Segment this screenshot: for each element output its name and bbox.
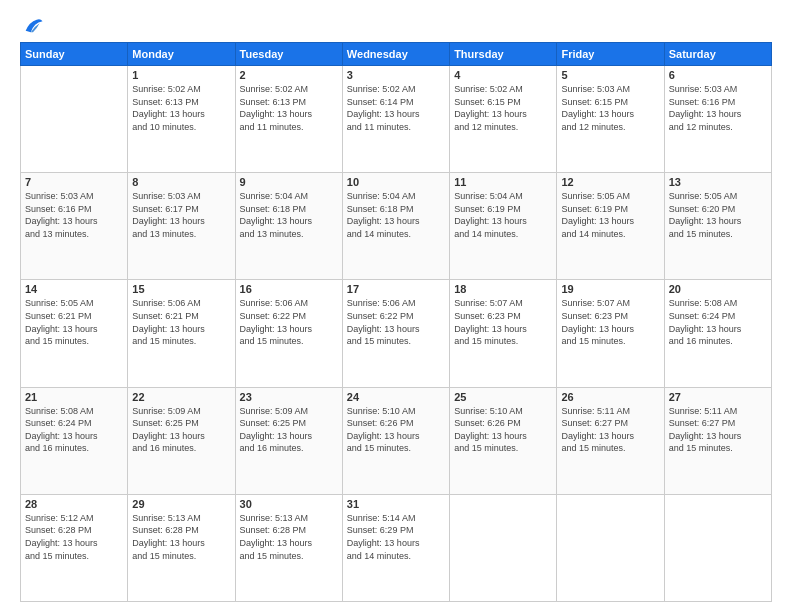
day-info: Sunrise: 5:06 AM Sunset: 6:22 PM Dayligh…: [240, 297, 338, 347]
calendar-cell: 3Sunrise: 5:02 AM Sunset: 6:14 PM Daylig…: [342, 66, 449, 173]
day-info: Sunrise: 5:04 AM Sunset: 6:18 PM Dayligh…: [347, 190, 445, 240]
day-number: 8: [132, 176, 230, 188]
day-number: 11: [454, 176, 552, 188]
day-number: 5: [561, 69, 659, 81]
day-number: 27: [669, 391, 767, 403]
calendar-cell: 10Sunrise: 5:04 AM Sunset: 6:18 PM Dayli…: [342, 173, 449, 280]
day-info: Sunrise: 5:02 AM Sunset: 6:13 PM Dayligh…: [240, 83, 338, 133]
calendar-cell: 21Sunrise: 5:08 AM Sunset: 6:24 PM Dayli…: [21, 387, 128, 494]
day-info: Sunrise: 5:07 AM Sunset: 6:23 PM Dayligh…: [454, 297, 552, 347]
calendar-cell: 28Sunrise: 5:12 AM Sunset: 6:28 PM Dayli…: [21, 494, 128, 601]
calendar-week-2: 7Sunrise: 5:03 AM Sunset: 6:16 PM Daylig…: [21, 173, 772, 280]
calendar-cell: 8Sunrise: 5:03 AM Sunset: 6:17 PM Daylig…: [128, 173, 235, 280]
day-info: Sunrise: 5:02 AM Sunset: 6:15 PM Dayligh…: [454, 83, 552, 133]
calendar-cell: 7Sunrise: 5:03 AM Sunset: 6:16 PM Daylig…: [21, 173, 128, 280]
day-info: Sunrise: 5:08 AM Sunset: 6:24 PM Dayligh…: [25, 405, 123, 455]
weekday-header-row: SundayMondayTuesdayWednesdayThursdayFrid…: [21, 43, 772, 66]
day-number: 31: [347, 498, 445, 510]
day-number: 15: [132, 283, 230, 295]
day-number: 17: [347, 283, 445, 295]
weekday-header-sunday: Sunday: [21, 43, 128, 66]
calendar-week-1: 1Sunrise: 5:02 AM Sunset: 6:13 PM Daylig…: [21, 66, 772, 173]
day-number: 26: [561, 391, 659, 403]
day-number: 24: [347, 391, 445, 403]
calendar-cell: 16Sunrise: 5:06 AM Sunset: 6:22 PM Dayli…: [235, 280, 342, 387]
calendar-cell: 6Sunrise: 5:03 AM Sunset: 6:16 PM Daylig…: [664, 66, 771, 173]
day-number: 28: [25, 498, 123, 510]
day-number: 20: [669, 283, 767, 295]
calendar-cell: 2Sunrise: 5:02 AM Sunset: 6:13 PM Daylig…: [235, 66, 342, 173]
calendar-cell: [450, 494, 557, 601]
calendar-cell: 5Sunrise: 5:03 AM Sunset: 6:15 PM Daylig…: [557, 66, 664, 173]
day-info: Sunrise: 5:13 AM Sunset: 6:28 PM Dayligh…: [240, 512, 338, 562]
day-number: 4: [454, 69, 552, 81]
day-info: Sunrise: 5:04 AM Sunset: 6:18 PM Dayligh…: [240, 190, 338, 240]
weekday-header-saturday: Saturday: [664, 43, 771, 66]
calendar-cell: 11Sunrise: 5:04 AM Sunset: 6:19 PM Dayli…: [450, 173, 557, 280]
day-number: 19: [561, 283, 659, 295]
calendar-cell: 14Sunrise: 5:05 AM Sunset: 6:21 PM Dayli…: [21, 280, 128, 387]
logo: [20, 16, 44, 34]
calendar-cell: 15Sunrise: 5:06 AM Sunset: 6:21 PM Dayli…: [128, 280, 235, 387]
day-info: Sunrise: 5:05 AM Sunset: 6:21 PM Dayligh…: [25, 297, 123, 347]
day-info: Sunrise: 5:06 AM Sunset: 6:21 PM Dayligh…: [132, 297, 230, 347]
day-info: Sunrise: 5:13 AM Sunset: 6:28 PM Dayligh…: [132, 512, 230, 562]
day-info: Sunrise: 5:03 AM Sunset: 6:16 PM Dayligh…: [25, 190, 123, 240]
calendar-week-4: 21Sunrise: 5:08 AM Sunset: 6:24 PM Dayli…: [21, 387, 772, 494]
day-info: Sunrise: 5:02 AM Sunset: 6:13 PM Dayligh…: [132, 83, 230, 133]
day-number: 25: [454, 391, 552, 403]
calendar-cell: 20Sunrise: 5:08 AM Sunset: 6:24 PM Dayli…: [664, 280, 771, 387]
calendar-cell: 25Sunrise: 5:10 AM Sunset: 6:26 PM Dayli…: [450, 387, 557, 494]
weekday-header-thursday: Thursday: [450, 43, 557, 66]
calendar-cell: 18Sunrise: 5:07 AM Sunset: 6:23 PM Dayli…: [450, 280, 557, 387]
calendar-cell: 9Sunrise: 5:04 AM Sunset: 6:18 PM Daylig…: [235, 173, 342, 280]
day-info: Sunrise: 5:08 AM Sunset: 6:24 PM Dayligh…: [669, 297, 767, 347]
weekday-header-monday: Monday: [128, 43, 235, 66]
day-number: 6: [669, 69, 767, 81]
day-number: 10: [347, 176, 445, 188]
calendar-cell: 4Sunrise: 5:02 AM Sunset: 6:15 PM Daylig…: [450, 66, 557, 173]
day-number: 14: [25, 283, 123, 295]
day-info: Sunrise: 5:02 AM Sunset: 6:14 PM Dayligh…: [347, 83, 445, 133]
day-info: Sunrise: 5:09 AM Sunset: 6:25 PM Dayligh…: [132, 405, 230, 455]
calendar-cell: [21, 66, 128, 173]
page: SundayMondayTuesdayWednesdayThursdayFrid…: [0, 0, 792, 612]
weekday-header-tuesday: Tuesday: [235, 43, 342, 66]
calendar-cell: 22Sunrise: 5:09 AM Sunset: 6:25 PM Dayli…: [128, 387, 235, 494]
calendar-cell: [557, 494, 664, 601]
calendar-cell: 26Sunrise: 5:11 AM Sunset: 6:27 PM Dayli…: [557, 387, 664, 494]
logo-bird-icon: [22, 16, 44, 38]
day-info: Sunrise: 5:10 AM Sunset: 6:26 PM Dayligh…: [347, 405, 445, 455]
day-info: Sunrise: 5:11 AM Sunset: 6:27 PM Dayligh…: [669, 405, 767, 455]
day-number: 3: [347, 69, 445, 81]
weekday-header-wednesday: Wednesday: [342, 43, 449, 66]
day-info: Sunrise: 5:07 AM Sunset: 6:23 PM Dayligh…: [561, 297, 659, 347]
calendar-cell: 31Sunrise: 5:14 AM Sunset: 6:29 PM Dayli…: [342, 494, 449, 601]
day-number: 2: [240, 69, 338, 81]
weekday-header-friday: Friday: [557, 43, 664, 66]
calendar-cell: 13Sunrise: 5:05 AM Sunset: 6:20 PM Dayli…: [664, 173, 771, 280]
day-number: 16: [240, 283, 338, 295]
calendar-cell: 30Sunrise: 5:13 AM Sunset: 6:28 PM Dayli…: [235, 494, 342, 601]
calendar-table: SundayMondayTuesdayWednesdayThursdayFrid…: [20, 42, 772, 602]
day-info: Sunrise: 5:14 AM Sunset: 6:29 PM Dayligh…: [347, 512, 445, 562]
day-info: Sunrise: 5:03 AM Sunset: 6:16 PM Dayligh…: [669, 83, 767, 133]
header: [20, 16, 772, 34]
day-number: 13: [669, 176, 767, 188]
calendar-cell: 19Sunrise: 5:07 AM Sunset: 6:23 PM Dayli…: [557, 280, 664, 387]
day-number: 18: [454, 283, 552, 295]
day-number: 12: [561, 176, 659, 188]
day-info: Sunrise: 5:11 AM Sunset: 6:27 PM Dayligh…: [561, 405, 659, 455]
day-info: Sunrise: 5:09 AM Sunset: 6:25 PM Dayligh…: [240, 405, 338, 455]
day-info: Sunrise: 5:03 AM Sunset: 6:15 PM Dayligh…: [561, 83, 659, 133]
calendar-cell: 12Sunrise: 5:05 AM Sunset: 6:19 PM Dayli…: [557, 173, 664, 280]
calendar-cell: [664, 494, 771, 601]
calendar-cell: 23Sunrise: 5:09 AM Sunset: 6:25 PM Dayli…: [235, 387, 342, 494]
day-number: 30: [240, 498, 338, 510]
day-number: 1: [132, 69, 230, 81]
day-info: Sunrise: 5:05 AM Sunset: 6:19 PM Dayligh…: [561, 190, 659, 240]
day-info: Sunrise: 5:03 AM Sunset: 6:17 PM Dayligh…: [132, 190, 230, 240]
calendar-cell: 17Sunrise: 5:06 AM Sunset: 6:22 PM Dayli…: [342, 280, 449, 387]
day-number: 23: [240, 391, 338, 403]
day-number: 22: [132, 391, 230, 403]
